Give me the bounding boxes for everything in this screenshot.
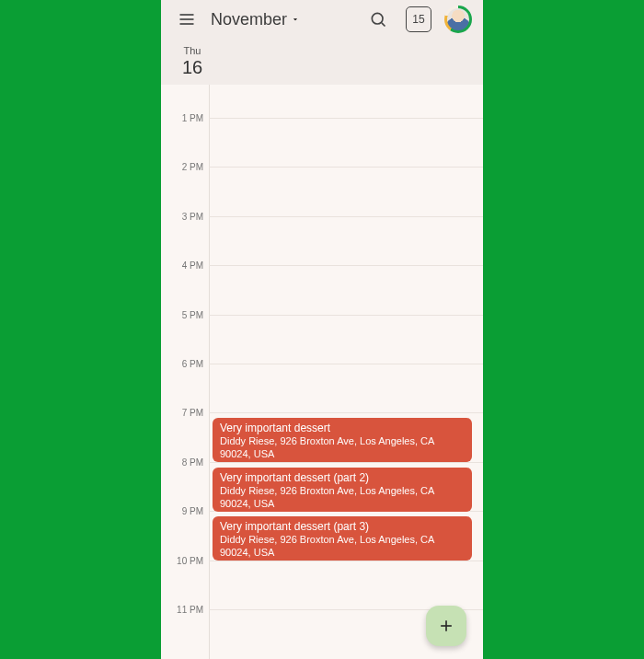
event-title: Very important dessert xyxy=(220,422,465,435)
hour-line xyxy=(209,265,483,266)
hour-line xyxy=(209,315,483,316)
hour-label: 3 PM xyxy=(182,211,203,221)
plus-icon xyxy=(437,617,455,635)
event-title: Very important dessert (part 3) xyxy=(220,520,465,534)
caret-down-icon xyxy=(291,15,300,24)
today-chip-number: 15 xyxy=(412,13,424,26)
hour-label: 6 PM xyxy=(182,359,203,369)
hour-label: 2 PM xyxy=(182,162,203,172)
event-location: Diddy Riese, 926 Broxton Ave, Los Angele… xyxy=(220,485,465,511)
hour-label: 5 PM xyxy=(182,309,203,319)
hour-line xyxy=(209,216,483,217)
month-picker[interactable]: November xyxy=(211,10,354,29)
hour-label: 7 PM xyxy=(182,408,203,418)
account-button[interactable] xyxy=(443,3,474,36)
svg-point-3 xyxy=(372,13,383,24)
calendar-event[interactable]: Very important dessert (part 2)Diddy Rie… xyxy=(213,468,472,512)
hour-label: 8 PM xyxy=(182,457,203,467)
hour-label: 4 PM xyxy=(182,260,203,271)
menu-button[interactable] xyxy=(170,3,203,36)
calendar-event[interactable]: Very important dessert (part 3)Diddy Rie… xyxy=(213,516,472,561)
day-column-header[interactable]: Thu 16 xyxy=(174,45,211,77)
hour-label: 9 PM xyxy=(182,506,203,516)
hour-label: 11 PM xyxy=(177,605,203,615)
top-bar: November 15 xyxy=(161,0,483,39)
hamburger-icon xyxy=(178,10,196,29)
today-button[interactable]: 15 xyxy=(402,3,435,36)
svg-line-4 xyxy=(382,23,385,27)
calendar-day-view: November 15 xyxy=(161,0,483,659)
hour-line xyxy=(209,118,483,119)
day-of-week: Thu xyxy=(174,45,211,56)
event-title: Very important dessert (part 2) xyxy=(220,471,465,485)
month-label: November xyxy=(211,10,287,29)
hour-label: 1 PM xyxy=(182,113,203,123)
time-grid[interactable]: 1 PM2 PM3 PM4 PM5 PM6 PM7 PM8 PM9 PM10 P… xyxy=(161,85,483,659)
hour-line xyxy=(209,167,483,168)
event-location: Diddy Riese, 926 Broxton Ave, Los Angele… xyxy=(220,534,465,560)
search-icon xyxy=(369,10,387,29)
avatar-icon xyxy=(444,6,472,33)
hour-line xyxy=(209,364,483,364)
hour-label: 10 PM xyxy=(177,555,203,565)
create-event-fab[interactable] xyxy=(426,606,466,646)
day-of-month: 16 xyxy=(174,57,211,78)
day-header: Thu 16 xyxy=(161,39,483,85)
calendar-today-icon: 15 xyxy=(406,6,431,32)
grid-lines xyxy=(209,85,483,659)
header: November 15 xyxy=(161,0,483,85)
hour-line xyxy=(209,412,483,413)
search-button[interactable] xyxy=(362,3,395,36)
event-location: Diddy Riese, 926 Broxton Ave, Los Angele… xyxy=(220,435,465,461)
calendar-event[interactable]: Very important dessertDiddy Riese, 926 B… xyxy=(213,418,472,462)
